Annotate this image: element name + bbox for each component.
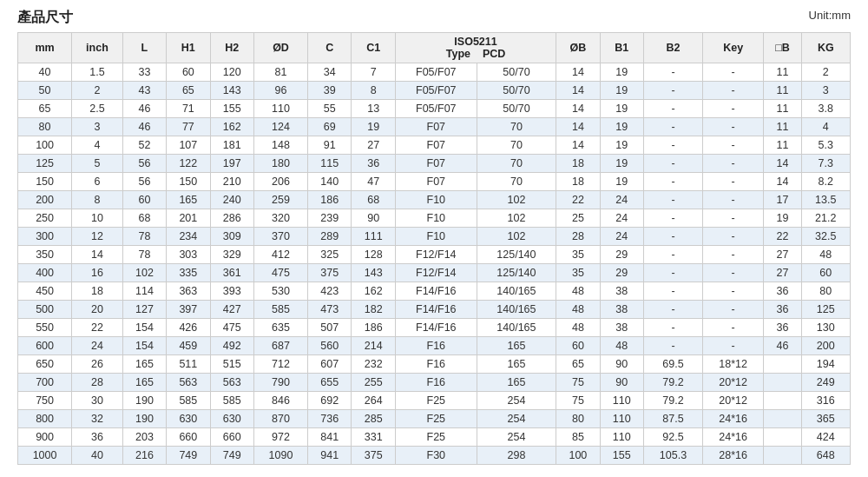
table-cell: 70 [477,173,556,191]
table-cell: 180 [253,155,307,173]
col-L: L [122,33,166,63]
table-cell: 150 [18,173,72,191]
table-cell: 393 [210,282,253,301]
table-cell: 8 [352,82,395,100]
table-cell [764,392,801,410]
table-cell: - [644,173,703,191]
table-cell: - [703,155,764,173]
table-cell: - [703,136,764,155]
table-cell: 102 [477,209,556,228]
table-cell: 105.3 [644,447,703,465]
table-cell: 18*12 [703,355,764,374]
table-cell: 128 [352,246,395,264]
table-cell: 102 [477,228,556,246]
table-row: 65026165511515712607232F16165659069.518*… [18,355,851,374]
table-cell: 749 [210,447,253,465]
table-cell: 365 [801,410,850,428]
table-cell: 69 [308,118,352,136]
table-cell: 600 [18,337,72,355]
table-cell: F14/F16 [395,301,477,319]
table-cell: 216 [122,447,166,465]
table-cell: 68 [352,191,395,209]
table-cell: 70 [477,118,556,136]
table-cell: 363 [167,282,210,301]
table-cell: 60 [801,264,850,282]
table-cell: 35 [556,264,600,282]
table-cell: 790 [253,374,307,392]
table-cell: 102 [477,191,556,209]
table-cell: 3 [72,118,123,136]
table-cell: 56 [122,155,166,173]
table-cell: - [644,209,703,228]
col-Key: Key [703,33,764,63]
table-cell: 50/70 [477,63,556,82]
table-cell: 687 [253,337,307,355]
table-cell: - [703,191,764,209]
table-cell: 331 [352,428,395,447]
table-cell: 2 [801,63,850,82]
table-cell: 20*12 [703,374,764,392]
table-cell: 190 [122,392,166,410]
table-cell: 33 [122,63,166,82]
table-cell: 750 [18,392,72,410]
table-cell: 43 [122,82,166,100]
table-cell: 17 [764,191,801,209]
table-row: 20086016524025918668F101022224--1713.5 [18,191,851,209]
table-cell: 1090 [253,447,307,465]
table-cell: 655 [308,374,352,392]
table-cell: 375 [352,447,395,465]
table-cell: 34 [308,63,352,82]
table-row: 652.546711551105513F05/F0750/701419--113… [18,100,851,118]
table-cell: 800 [18,410,72,428]
table-cell: 125/140 [477,246,556,264]
table-cell: 197 [210,155,253,173]
table-cell: 18 [556,173,600,191]
table-cell: - [703,63,764,82]
table-cell: 181 [210,136,253,155]
table-cell: F14/F16 [395,319,477,337]
table-row: 12555612219718011536F07701819--147.3 [18,155,851,173]
table-cell: 111 [352,228,395,246]
table-cell: 254 [477,428,556,447]
table-cell: - [703,301,764,319]
table-cell: 14 [556,100,600,118]
table-cell: 630 [167,410,210,428]
table-cell: 11 [764,100,801,118]
table-cell: 500 [18,301,72,319]
table-cell: 186 [352,319,395,337]
table-cell: 285 [352,410,395,428]
table-cell: 28 [72,374,123,392]
table-cell: 162 [210,118,253,136]
table-cell: 96 [253,82,307,100]
table-row: 55022154426475635507186F14/F16140/165483… [18,319,851,337]
table-cell: 110 [600,410,643,428]
table-cell: 214 [352,337,395,355]
table-cell: 19 [352,118,395,136]
table-cell: - [703,282,764,301]
table-body: 401.5336012081347F05/F0750/701419--11250… [18,63,851,465]
table-cell: 28*16 [703,447,764,465]
table-row: 75030190585585846692264F252547511079.220… [18,392,851,410]
table-cell: 52 [122,136,166,155]
table-cell: F14/F16 [395,282,477,301]
table-cell: - [644,282,703,301]
table-cell: 11 [764,63,801,82]
table-cell: 85 [556,428,600,447]
table-cell: 39 [308,82,352,100]
col-C1: C1 [352,33,395,63]
table-cell: 16 [72,264,123,282]
table-row: 60024154459492687560214F161656048--46200 [18,337,851,355]
table-cell: 155 [210,100,253,118]
table-cell: 92.5 [644,428,703,447]
table-row: 80346771621246919F07701419--114 [18,118,851,136]
table-cell: 140/165 [477,319,556,337]
table-cell: 46 [122,100,166,118]
table-cell: 18 [556,155,600,173]
table-cell: 370 [253,228,307,246]
table-cell: 11 [764,136,801,155]
table-cell: 13 [352,100,395,118]
table-cell: - [644,301,703,319]
table-cell: F05/F07 [395,63,477,82]
table-cell: 60 [167,63,210,82]
table-cell: 7.3 [801,155,850,173]
